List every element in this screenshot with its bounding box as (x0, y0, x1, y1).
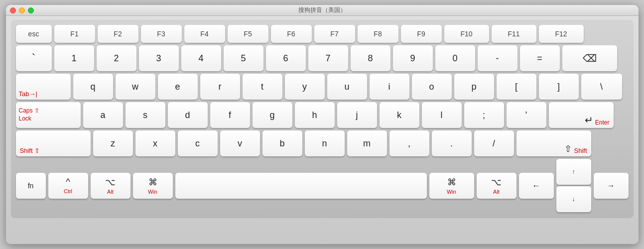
key-x[interactable]: x (135, 130, 175, 156)
key-c[interactable]: c (178, 130, 218, 156)
key-f3[interactable]: F3 (141, 25, 182, 43)
zxcv-row: Shift ⇧ z x c v b n m , . / ⇧ Shift (16, 130, 629, 156)
key-ctrl[interactable]: ^ Ctrl (48, 173, 88, 199)
key-h[interactable]: h (295, 102, 335, 128)
key-f4[interactable]: F4 (184, 25, 225, 43)
key-f5[interactable]: F5 (228, 25, 268, 43)
key-1[interactable]: 1 (54, 45, 94, 71)
keyboard-window: 搜狗拼音（美国） esc F1 F2 F3 F4 F5 F6 F7 F8 F9 … (6, 5, 639, 244)
key-n[interactable]: n (305, 130, 345, 156)
key-m[interactable]: m (347, 130, 387, 156)
space-row: fn ^ Ctrl ⌥ Alt ⌘ Win (16, 159, 629, 212)
key-f8[interactable]: F8 (358, 25, 398, 43)
title-bar: 搜狗拼音（美国） (6, 5, 639, 16)
key-v[interactable]: v (220, 130, 260, 156)
key-0[interactable]: 0 (435, 45, 475, 71)
keyboard-body: esc F1 F2 F3 F4 F5 F6 F7 F8 F9 F10 F11 F… (11, 20, 634, 218)
traffic-lights (10, 7, 34, 13)
key-u[interactable]: u (327, 74, 367, 100)
key-w[interactable]: w (116, 74, 155, 100)
key-win-left[interactable]: ⌘ Win (133, 173, 173, 199)
key-arrow-left[interactable]: ← (519, 173, 554, 199)
key-f[interactable]: f (210, 102, 250, 128)
key-f11[interactable]: F11 (492, 25, 536, 43)
key-period[interactable]: . (432, 130, 472, 156)
key-f10[interactable]: F10 (444, 25, 489, 43)
key-equals[interactable]: = (520, 45, 560, 71)
key-5[interactable]: 5 (224, 45, 263, 71)
key-fn[interactable]: fn (16, 173, 46, 199)
key-b[interactable]: b (262, 130, 302, 156)
key-6[interactable]: 6 (266, 45, 306, 71)
key-l[interactable]: l (422, 102, 462, 128)
key-a[interactable]: a (83, 102, 123, 128)
key-minus[interactable]: - (478, 45, 517, 71)
minimize-button[interactable] (19, 7, 25, 13)
key-esc[interactable]: esc (16, 25, 52, 43)
maximize-button[interactable] (28, 7, 34, 13)
key-tab[interactable]: Tab→| (16, 74, 71, 100)
qwerty-row: Tab→| q w e r t y u i o p [ ] \ (16, 74, 629, 100)
window-title: 搜狗拼音（美国） (298, 6, 346, 14)
key-backspace[interactable]: ⌫ (562, 45, 617, 71)
key-backtick[interactable]: ` (16, 45, 52, 71)
key-r[interactable]: r (200, 74, 240, 100)
key-g[interactable]: g (253, 102, 292, 128)
key-3[interactable]: 3 (139, 45, 179, 71)
key-capslock[interactable]: Caps ⇧Lock (16, 102, 81, 128)
key-space[interactable] (175, 173, 427, 199)
num-row: ` 1 2 3 4 5 6 7 8 9 0 - = ⌫ (16, 45, 629, 71)
key-enter[interactable]: ↵ Enter (549, 102, 614, 128)
key-q[interactable]: q (73, 74, 113, 100)
key-backslash[interactable]: \ (581, 74, 622, 100)
key-s[interactable]: s (126, 102, 165, 128)
key-f7[interactable]: F7 (314, 25, 355, 43)
key-j[interactable]: j (337, 102, 377, 128)
key-d[interactable]: d (168, 102, 208, 128)
key-9[interactable]: 9 (393, 45, 433, 71)
key-alt-right[interactable]: ⌥ Alt (477, 173, 516, 199)
close-button[interactable] (10, 7, 16, 13)
key-apostrophe[interactable]: ' (507, 102, 546, 128)
key-f1[interactable]: F1 (54, 25, 95, 43)
key-lbracket[interactable]: [ (497, 74, 536, 100)
key-rbracket[interactable]: ] (539, 74, 579, 100)
key-y[interactable]: y (285, 74, 325, 100)
fn-row: esc F1 F2 F3 F4 F5 F6 F7 F8 F9 F10 F11 F… (16, 25, 629, 43)
key-f2[interactable]: F2 (98, 25, 138, 43)
key-p[interactable]: p (454, 74, 494, 100)
key-o[interactable]: o (412, 74, 452, 100)
key-7[interactable]: 7 (308, 45, 348, 71)
key-shift-left[interactable]: Shift ⇧ (16, 130, 91, 156)
key-2[interactable]: 2 (97, 45, 136, 71)
key-f12[interactable]: F12 (539, 25, 584, 43)
key-slash[interactable]: / (474, 130, 514, 156)
key-z[interactable]: z (93, 130, 133, 156)
key-arrow-down[interactable]: ↓ (556, 186, 591, 212)
key-alt-left[interactable]: ⌥ Alt (91, 173, 130, 199)
key-f9[interactable]: F9 (401, 25, 442, 43)
key-arrow-up[interactable]: ↑ (556, 159, 591, 185)
key-semicolon[interactable]: ; (464, 102, 504, 128)
arrow-ud-group: ↑ ↓ (556, 159, 591, 212)
key-t[interactable]: t (243, 74, 282, 100)
key-f6[interactable]: F6 (271, 25, 312, 43)
key-shift-right[interactable]: ⇧ Shift (516, 130, 591, 156)
key-i[interactable]: i (370, 74, 409, 100)
key-win-right[interactable]: ⌘ Win (429, 173, 474, 199)
key-arrow-right[interactable]: → (594, 173, 629, 199)
key-4[interactable]: 4 (181, 45, 221, 71)
key-k[interactable]: k (380, 102, 419, 128)
key-e[interactable]: e (158, 74, 198, 100)
key-comma[interactable]: , (389, 130, 429, 156)
asdf-row: Caps ⇧Lock a s d f g h j k l ; ' ↵ Enter (16, 102, 629, 128)
key-8[interactable]: 8 (351, 45, 390, 71)
